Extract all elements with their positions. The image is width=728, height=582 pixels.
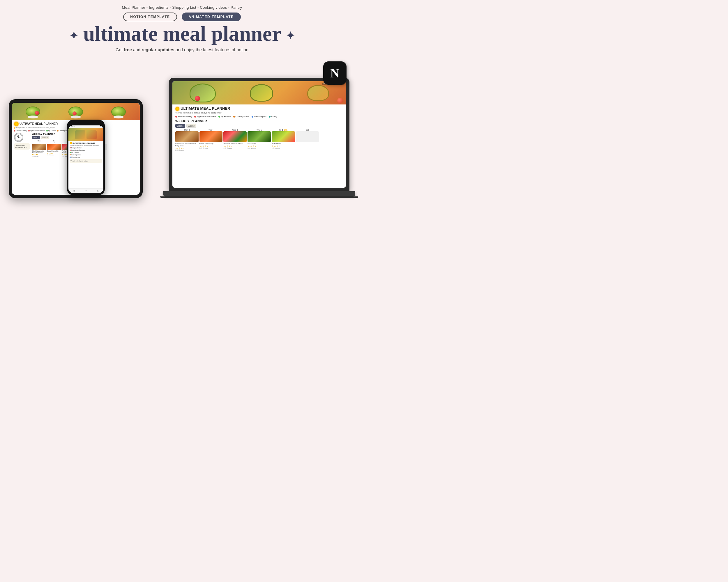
phone-nav-recipes[interactable]: Recipes Gallery [70, 147, 102, 149]
phone-screen: ≡ ULTIME... ⊕ ☆ ULTIMATE [69, 126, 103, 193]
laptop-salad-1 [189, 84, 216, 103]
stars-1: ★★★★★ [32, 154, 46, 156]
laptop-cal-thu: Thu 1 Guacamole ★★★★★ 0:15 Minutes [248, 129, 271, 151]
phone-nav-shopping[interactable]: Shopping List [70, 156, 102, 158]
phone-quote: "People who love to eat are always the b… [70, 145, 102, 146]
tablet-app-title: ULTIMATE MEAL PLANNER [20, 122, 58, 126]
laptop-stars-4: ★★★★★ [248, 145, 271, 147]
laptop-cover: Change cover Reposition [173, 81, 346, 105]
stars-2: ★★★★★ [47, 152, 61, 154]
phone-device: ≡ ULTIME... ⊕ ☆ ULTIMATE [67, 119, 105, 195]
laptop-dot-recipes [175, 116, 177, 117]
laptop-week-tab-2[interactable]: Week 2 [186, 124, 196, 128]
laptop-dot-shopping [252, 116, 253, 117]
laptop-nav-cooking[interactable]: Cooking videos [233, 115, 250, 117]
phone-icon-search[interactable]: ○ [85, 189, 87, 192]
phone-cover [69, 128, 103, 141]
salad-bowl-2 [69, 107, 83, 117]
laptop-quote: "People who love to eat are always the b… [175, 112, 343, 114]
laptop-body: ULTIMATE MEAL PLANNER "People who love t… [173, 105, 346, 153]
notion-n-letter: N [330, 66, 340, 81]
tomato-1 [35, 111, 39, 115]
food-grilled [32, 144, 46, 150]
laptop-cal-wed: Wed 5 Perfect Summer Fruit Salad ★★★★★ 0… [223, 129, 246, 151]
phone-nav-cooking[interactable]: Cooking videos [70, 154, 102, 156]
notion-n-badge: N [323, 61, 346, 85]
nav-dot-ingredients [28, 130, 30, 132]
laptop-calendar: Mon 3 Grilled Halloumi with Herbed Berry… [175, 129, 343, 151]
cal-col-mon: Mon 3 Grilled Halloumi with Herbed Berry… [32, 140, 46, 157]
laptop-week-tab-1[interactable]: Week 1 [175, 124, 185, 128]
laptop-stars-3: ★★★★★ [223, 145, 246, 147]
clock-icon: 12 3 6 9 [14, 133, 23, 142]
laptop-dot-ingredients [194, 116, 196, 117]
laptop-screen: Change cover Reposition ULTIMATE MEAL PL… [173, 81, 346, 188]
badges-row: NOTION TEMPLATE ANIMATED TEMPLATE [0, 12, 364, 21]
cal-col-tue: Tue 4 Buffalo Chicken Dip ★★★★★ 0:15 Min… [47, 140, 61, 157]
salad-bowl-1 [26, 107, 40, 117]
laptop-food-empty [296, 131, 319, 142]
laptop-stars-1: ★★★★★ [175, 147, 199, 149]
phone-dot-kitchen [70, 152, 71, 153]
phone-dot-cooking [70, 154, 71, 156]
laptop-cal-mon: Mon 3 Grilled Halloumi with Herbed Berry… [175, 129, 199, 151]
laptop-device: Change cover Reposition ULTIMATE MEAL PL… [169, 78, 358, 198]
laptop-section-title: WEEKLY PLANNER [175, 119, 343, 123]
laptop-nav-ingredients[interactable]: Ingredients Database [194, 115, 216, 117]
laptop-nav: Recipes Gallery Ingredients Database My … [175, 115, 343, 117]
laptop-nav-kitchen[interactable]: My Kitchen [218, 115, 231, 117]
laptop-nav-pantry[interactable]: Pantry [269, 115, 277, 117]
nav-recipes[interactable]: Recipes Gallery [14, 130, 27, 132]
laptop-stars-5: ★★★★★ [272, 145, 295, 147]
title-star-left: ✦ [69, 30, 78, 41]
laptop-food-guac [248, 131, 271, 142]
laptop-food-buffalo [200, 131, 223, 142]
laptop-nav-recipes[interactable]: Recipes Gallery [175, 115, 192, 117]
laptop-week-tabs: Week 1 Week 2 [175, 124, 343, 128]
phone-body: ULTIMATE MEAL PLANNER "People who love t… [69, 141, 103, 164]
food-buffalo [47, 144, 61, 150]
now-badge: Now [284, 130, 287, 131]
laptop-lid: Change cover Reposition ULTIMATE MEAL PL… [169, 78, 349, 191]
laptop-cal-sat: Sat [296, 129, 319, 151]
nav-kitchen[interactable]: My Kitchen [46, 130, 56, 132]
laptop-stars-2: ★★★★★ [200, 145, 223, 147]
phone-title: ULTIMATE MEAL PLANNER [73, 142, 96, 144]
title-text: ultimate meal planner [83, 22, 281, 46]
title-star-right: ✦ [286, 30, 295, 41]
phone-quote-block: "People who love to eat are [70, 159, 102, 163]
phone-nav-ingredients[interactable]: Ingredients Database [70, 149, 102, 151]
phone-icon-bell[interactable]: △ [97, 189, 98, 192]
week-tab-2[interactable]: Week 2 [41, 136, 50, 139]
nav-dot-recipes [14, 130, 16, 132]
laptop-cal-tue: Tue 4 Buffalo Chicken Dip ★★★★★ 0:15 Min… [200, 129, 223, 151]
week-tab-1[interactable]: Week 1 [32, 136, 40, 139]
salad-bowl-3 [111, 107, 126, 117]
phone-sun-icon [70, 142, 72, 144]
tomato-2 [73, 111, 77, 115]
notion-template-badge[interactable]: NOTION TEMPLATE [123, 12, 177, 21]
phone-frame: ≡ ULTIME... ⊕ ☆ ULTIMATE [67, 119, 105, 195]
devices-section: N [0, 58, 364, 198]
laptop-food-grilled [175, 131, 199, 142]
phone-mock: ≡ ULTIME... ⊕ ☆ ULTIMATE [69, 126, 103, 193]
phone-bottom-bar: ⊞ ○ △ [69, 188, 103, 193]
tablet-cover-salad [11, 103, 140, 120]
laptop-app-title: ULTIMATE MEAL PLANNER [181, 106, 230, 111]
laptop-dot-cooking [233, 116, 235, 117]
animated-template-badge[interactable]: ANIMATED TEMPLATE [182, 12, 241, 21]
phone-notch [80, 122, 92, 124]
phone-nav-kitchen[interactable]: My Kitchen [70, 151, 102, 154]
laptop-nav-shopping[interactable]: Shopping List [252, 115, 266, 117]
phone-dot-shopping [70, 157, 71, 158]
laptop-sun-icon [175, 107, 179, 111]
phone-icon-home[interactable]: ⊞ [73, 189, 75, 192]
quote-block: "People who love to eat are [14, 143, 30, 149]
main-title: ✦ ultimate meal planner ✦ [0, 22, 364, 46]
subtitle: Get free and regular updates and enjoy t… [0, 47, 364, 52]
tablet-cover [11, 103, 140, 120]
laptop-food-salad [272, 131, 295, 142]
laptop-salad-3 [307, 85, 329, 101]
phone-dot-ingredients [70, 149, 71, 151]
nav-ingredients[interactable]: Ingredients Database [28, 130, 45, 132]
